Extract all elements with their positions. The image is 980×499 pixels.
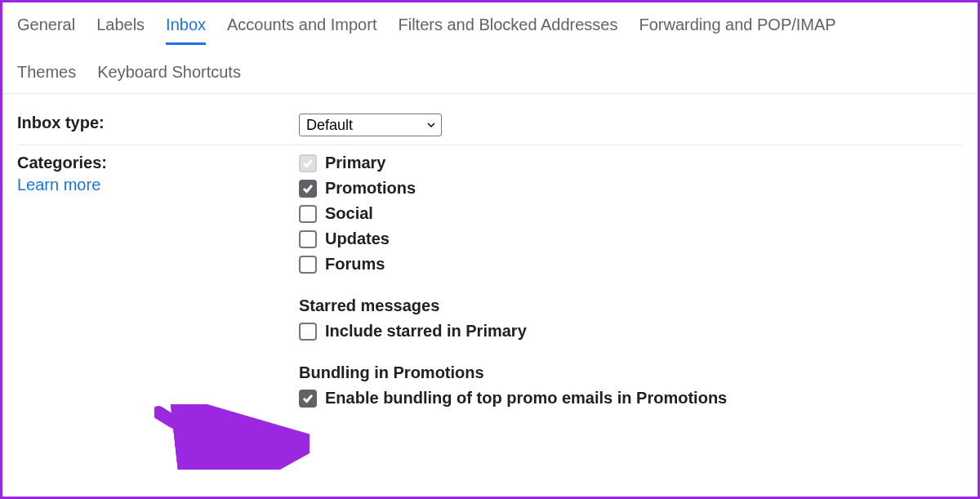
bundling-heading: Bundling in Promotions [299, 363, 963, 382]
category-social: Social [299, 204, 963, 223]
tab-labels[interactable]: Labels [96, 9, 145, 42]
category-primary-label: Primary [325, 154, 386, 172]
checkbox-forums[interactable] [299, 256, 317, 274]
bundling-row: Enable bundling of top promo emails in P… [299, 389, 963, 408]
checkbox-primary [299, 154, 317, 172]
settings-tabs: General Labels Inbox Accounts and Import… [2, 2, 978, 94]
categories-label: Categories: [17, 154, 107, 172]
inbox-type-label: Inbox type: [17, 114, 105, 131]
categories-list: Primary Promotions Social Updates [299, 154, 963, 274]
tab-general[interactable]: General [17, 9, 75, 42]
bundling-label: Enable bundling of top promo emails in P… [325, 389, 727, 408]
inbox-type-select[interactable]: Default [299, 114, 442, 136]
checkbox-promotions[interactable] [299, 180, 317, 198]
tab-filters-blocked[interactable]: Filters and Blocked Addresses [398, 9, 617, 42]
tab-inbox[interactable]: Inbox [166, 9, 206, 45]
tab-forwarding-pop-imap[interactable]: Forwarding and POP/IMAP [639, 9, 836, 42]
tab-keyboard-shortcuts[interactable]: Keyboard Shortcuts [97, 56, 241, 90]
checkmark-icon [302, 183, 314, 194]
category-updates: Updates [299, 229, 963, 248]
category-primary: Primary [299, 154, 963, 172]
category-forums: Forums [299, 255, 963, 274]
category-social-label: Social [325, 204, 373, 223]
settings-body: Inbox type: Default Categories: Learn mo… [2, 94, 978, 427]
learn-more-link[interactable]: Learn more [17, 176, 299, 194]
category-updates-label: Updates [325, 229, 390, 248]
category-forums-label: Forums [325, 255, 385, 274]
checkbox-starred[interactable] [299, 323, 317, 341]
checkbox-bundling[interactable] [299, 390, 317, 408]
checkbox-social[interactable] [299, 205, 317, 223]
tab-accounts-import[interactable]: Accounts and Import [227, 9, 376, 42]
category-promotions-label: Promotions [325, 179, 416, 198]
checkmark-icon [302, 158, 314, 169]
inbox-type-row: Inbox type: Default [17, 105, 963, 145]
starred-label: Include starred in Primary [325, 322, 527, 341]
checkbox-updates[interactable] [299, 230, 317, 248]
tab-themes[interactable]: Themes [17, 56, 76, 90]
categories-row: Categories: Learn more Primary Promotion… [17, 145, 963, 416]
checkmark-icon [302, 393, 314, 404]
starred-row: Include starred in Primary [299, 322, 963, 341]
category-promotions: Promotions [299, 179, 963, 198]
starred-heading: Starred messages [299, 296, 963, 315]
